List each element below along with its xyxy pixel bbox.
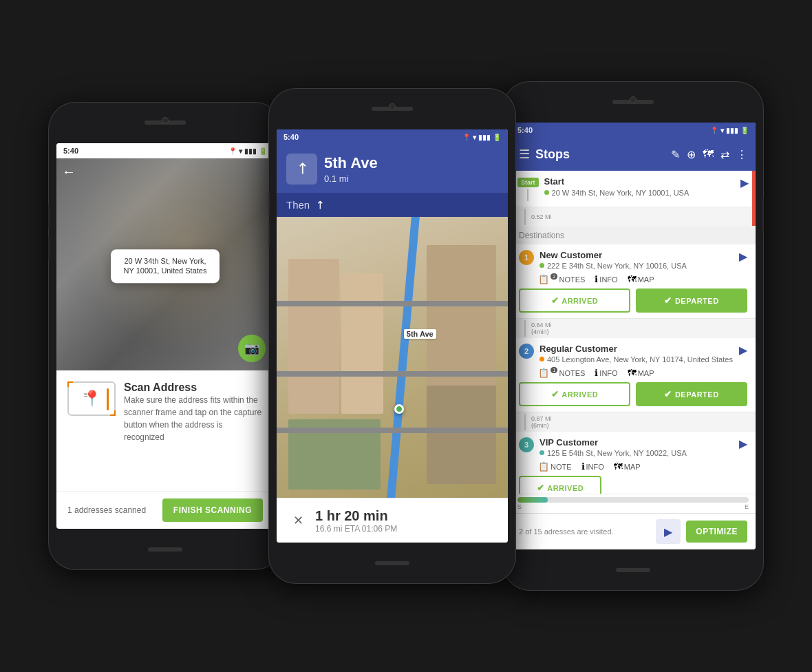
start-stop-row: Start Start 20 W 34th St, New York, NY 1… [511,171,756,207]
stop-3-name: VIP Customer [539,437,734,448]
stop-3-number: 3 [519,437,534,452]
phone-notch [48,102,282,143]
check-icon-arrived-2: ✔ [551,389,559,399]
stop-3-dot [539,450,544,455]
front-camera [162,117,169,124]
map-icon[interactable]: 🗺 [703,148,714,160]
start-navigate-icon[interactable]: ▶ [740,176,749,189]
info-icon: ℹ [595,274,598,284]
stop-1-header: 1 New Customer 222 E 34th St, New York, … [519,250,747,270]
camera-capture-button[interactable]: 📷 [238,335,266,362]
edit-icon[interactable]: ✎ [671,148,680,161]
start-dot [544,190,549,195]
stop-2-navigate-icon[interactable]: ▶ [739,344,747,357]
scan-cursor [107,388,109,410]
stop-2-header: 2 Regular Customer 405 Lexington Ave, Ne… [519,344,747,364]
status-icons-phone2: 📍 ▾ ▮▮▮ 🔋 [462,134,501,141]
optimize-button[interactable]: OPTIMIZE [686,521,747,543]
stop-3-info-link[interactable]: ℹ INFO [581,461,604,472]
stop-3-info-label: INFO [586,463,604,471]
stop-2-notes-link[interactable]: 📋 1 NOTES [538,368,585,378]
stop-1-map-label: MAP [638,275,654,284]
stop-1-info-link[interactable]: ℹ INFO [595,274,617,284]
status-bar-phone2: 5:40 📍 ▾ ▮▮▮ 🔋 [277,129,508,145]
nav-footer: ✕ 1 hr 20 min 16.6 mi ETA 01:06 PM [277,498,508,543]
close-navigation-button[interactable]: ✕ [288,510,308,531]
route-line [387,217,420,498]
distance-2-label: 0.64 Mi (4min) [531,322,552,335]
status-bar-phone1: 5:40 📍 ▾ ▮▮▮ 🔋 [56,143,274,158]
power-btn-p3 [762,198,764,233]
phone3-bottom-bar [502,549,764,591]
more-options-icon[interactable]: ⋮ [736,148,747,161]
stop-2-map-link[interactable]: 🗺 MAP [628,368,654,378]
phone-center: 5:40 📍 ▾ ▮▮▮ 🔋 ↗ 5th Ave 0.1 mi [268,88,516,584]
check-icon-departed-2: ✔ [664,389,672,399]
building-1 [288,259,339,413]
stop-3-map-link[interactable]: 🗺 MAP [614,461,641,472]
stop-3-note-link[interactable]: 📋 NOTE [538,461,572,472]
notes-icon-2: 📋 [538,368,549,378]
stop-3-map-label: MAP [624,463,641,471]
map-current-location-pin [394,404,404,414]
phone2-notch [268,88,516,129]
check-icon-departed: ✔ [664,295,672,306]
stop-1-map-link[interactable]: 🗺 MAP [628,274,654,284]
stop-2-address-row: 405 Lexington Ave, New York, NY 10174, U… [539,355,734,364]
stop-1-departed-button[interactable]: ✔ DEPARTED [636,288,747,313]
turn-right-icon: ↗ [291,158,312,179]
stop-3-navigate-icon[interactable]: ▶ [739,437,747,450]
road-h1 [277,301,508,306]
progress-end-label: E [745,503,749,510]
battery-icon-p2: 🔋 [493,134,501,141]
stops-header-actions: ✎ ⊕ 🗺 ⇄ ⋮ [671,148,747,161]
stop-3-note-label: NOTE [551,463,572,471]
scan-description: Make sure the address fits within the sc… [124,394,263,443]
stop-2-departed-button[interactable]: ✔ DEPARTED [636,382,747,406]
stop-1-arrived-button[interactable]: ✔ ARRIVED [519,288,630,313]
stop-1-info-label: INFO [599,275,617,284]
stop-3-arrived-button[interactable]: ✔ ARRIVED [519,476,601,494]
volume-up-btn-p2 [268,191,270,216]
volume-down-btn [48,236,50,260]
volume-down-btn-p2 [268,222,270,246]
battery-icon-p3: 🔋 [740,127,749,134]
notes-icon: 📋 [538,274,549,284]
location-icon: 📍 [228,147,237,155]
stop-1-notes-label: NOTES [559,275,585,284]
back-arrow-icon[interactable]: ← [62,164,76,180]
progress-start-label: S [517,503,522,510]
stop-1-name: New Customer [539,250,734,260]
home-button-phone1[interactable] [148,547,182,552]
stop-3-item: 3 VIP Customer 125 E 54th St, New York, … [511,432,756,494]
stop-1-notes-link[interactable]: 📋 2 NOTES [538,274,585,284]
stops-progress-bar [517,497,749,503]
stop-1-action-links: 📋 2 NOTES ℹ INFO 🗺 MAP [538,274,747,284]
progress-fill [517,497,548,503]
route-icon[interactable]: ⇄ [720,148,729,161]
scroll-indicator [752,171,756,226]
stop-2-number: 2 [519,344,534,359]
distance-1-label: 0.52 Mi [531,213,552,220]
building-2 [341,273,383,414]
stops-list-container[interactable]: Start Start 20 W 34th St, New York, NY 1… [511,171,756,494]
map-view[interactable]: 5th Ave [277,217,508,498]
home-button-phone3[interactable] [616,568,650,572]
timeline-segment-1 [524,209,526,225]
stop-1-navigate-icon[interactable]: ▶ [739,250,747,263]
distance-3-row: 0.87 Mi (6min) [511,412,756,432]
lines-icon: ≡ [84,391,88,399]
timeline-segment-3 [524,414,526,430]
stops-visited-text: 2 of 15 adresses are visited. [519,527,650,536]
home-button-phone2[interactable] [375,561,409,565]
add-icon[interactable]: ⊕ [687,148,696,161]
stop-3-action-links: 📋 NOTE ℹ INFO 🗺 MAP [538,461,747,472]
then-arrow-icon: ↗ [312,197,328,213]
hamburger-menu-icon[interactable]: ☰ [519,147,530,162]
stop-2-arrived-button[interactable]: ✔ ARRIVED [519,382,630,406]
stops-navigate-button[interactable]: ▶ [656,519,681,544]
nav-street-name: 5th Ave [324,154,498,172]
finish-scanning-button[interactable]: FINISH SCANNING [162,498,263,522]
stop-2-info-link[interactable]: ℹ INFO [595,368,617,378]
front-camera-p2 [389,103,396,110]
